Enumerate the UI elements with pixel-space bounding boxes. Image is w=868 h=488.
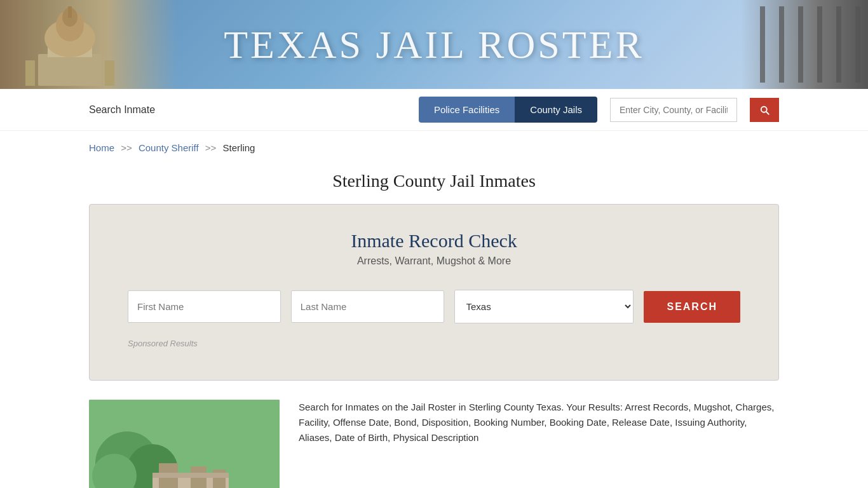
page-title: Sterling County Jail Inmates	[0, 165, 868, 204]
svg-rect-10	[798, 6, 803, 83]
svg-rect-9	[779, 6, 784, 83]
search-form-row: AlabamaAlaskaArizonaArkansasCaliforniaCo…	[128, 290, 740, 323]
breadcrumb-current: Sterling	[223, 142, 255, 153]
facility-search-input[interactable]	[610, 98, 737, 122]
state-select[interactable]: AlabamaAlaskaArizonaArkansasCaliforniaCo…	[454, 290, 634, 323]
sponsored-label: Sponsored Results	[128, 339, 740, 348]
county-jails-button[interactable]: County Jails	[515, 97, 597, 123]
breadcrumb-sep-2: >>	[205, 142, 217, 153]
facility-image	[89, 400, 280, 488]
facility-search-button[interactable]	[750, 98, 779, 122]
svg-rect-12	[836, 6, 841, 83]
nav-bar: Search Inmate Police Facilities County J…	[0, 89, 868, 131]
record-check-title: Inmate Record Check	[128, 230, 740, 252]
search-button[interactable]: SEARCH	[644, 291, 740, 323]
banner-title: Texas Jail Roster	[224, 22, 644, 67]
svg-rect-13	[855, 6, 860, 83]
record-check-box: Inmate Record Check Arrests, Warrant, Mu…	[89, 204, 779, 381]
svg-rect-5	[68, 6, 72, 18]
search-icon	[759, 104, 770, 116]
police-facilities-button[interactable]: Police Facilities	[419, 97, 515, 123]
banner-right-decoration	[741, 0, 868, 89]
svg-rect-8	[760, 6, 765, 83]
svg-rect-22	[153, 473, 229, 478]
svg-rect-11	[817, 6, 822, 83]
breadcrumb-county-sheriff[interactable]: County Sheriff	[139, 142, 199, 153]
bottom-section: Search for Inmates on the Jail Roster in…	[0, 381, 868, 488]
nav-buttons: Police Facilities County Jails	[419, 97, 597, 123]
record-check-subtitle: Arrests, Warrant, Mugshot & More	[128, 255, 740, 267]
banner-left-decoration	[0, 0, 178, 89]
last-name-input[interactable]	[291, 290, 444, 323]
svg-rect-6	[25, 60, 35, 86]
search-inmate-label: Search Inmate	[89, 104, 406, 116]
header-banner: Texas Jail Roster	[0, 0, 868, 89]
facility-image-svg	[89, 400, 280, 488]
breadcrumb-sep-1: >>	[121, 142, 132, 153]
capitol-dome-icon	[13, 3, 127, 86]
svg-rect-21	[213, 470, 226, 488]
svg-rect-7	[105, 60, 114, 86]
breadcrumb: Home >> County Sheriff >> Sterling	[0, 131, 868, 165]
svg-rect-0	[38, 54, 102, 86]
jail-keys-icon	[747, 6, 862, 83]
bottom-description: Search for Inmates on the Jail Roster in…	[299, 400, 779, 445]
first-name-input[interactable]	[128, 290, 281, 323]
breadcrumb-home[interactable]: Home	[89, 142, 114, 153]
